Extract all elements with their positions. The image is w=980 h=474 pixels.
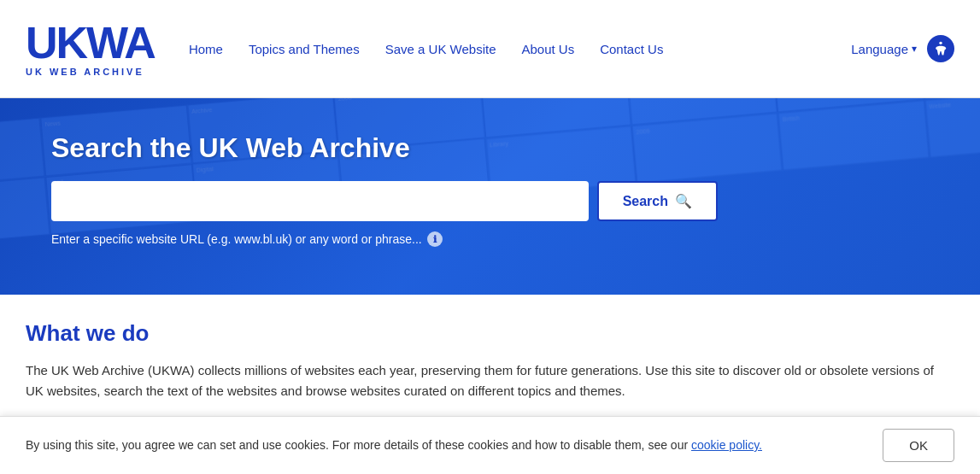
site-header: UKWA UK WEB ARCHIVE Home Topics and Them…	[0, 0, 980, 98]
nav-contact[interactable]: Contact Us	[600, 42, 663, 56]
accessibility-button[interactable]	[927, 35, 954, 62]
hero-title: Search the UK Web Archive	[51, 132, 929, 164]
search-hint: Enter a specific website URL (e.g. www.b…	[51, 231, 929, 247]
header-right: Language	[851, 35, 954, 62]
nav-home[interactable]: Home	[189, 42, 223, 56]
search-row: Search 🔍	[51, 181, 718, 221]
search-icon: 🔍	[675, 193, 692, 209]
tile-16: Website	[924, 98, 980, 158]
cookie-policy-link[interactable]: cookie policy.	[691, 438, 762, 449]
main-content: What we do The UK Web Archive (UKWA) col…	[0, 295, 980, 418]
language-label: Language	[851, 42, 908, 56]
accessibility-icon	[932, 40, 949, 57]
what-we-do-paragraph: The UK Web Archive (UKWA) collects milli…	[26, 360, 948, 401]
hero-content: Search the UK Web Archive Search 🔍 Enter…	[51, 132, 929, 247]
cookie-message: By using this site, you agree we can set…	[26, 438, 691, 449]
hero-section: 2005 News Archive 2006 UK Web Press Chan…	[0, 98, 980, 295]
language-button[interactable]: Language	[851, 42, 917, 56]
svg-point-0	[939, 42, 942, 44]
what-we-do-text-span: The UK Web Archive (UKWA) collects milli…	[26, 363, 934, 398]
what-we-do-heading: What we do	[26, 320, 954, 347]
nav-about[interactable]: About Us	[521, 42, 574, 56]
hint-text: Enter a specific website URL (e.g. www.b…	[51, 232, 422, 246]
search-button[interactable]: Search 🔍	[597, 181, 718, 221]
search-input[interactable]	[51, 181, 589, 221]
nav-topics[interactable]: Topics and Themes	[249, 42, 360, 56]
nav-save[interactable]: Save a UK Website	[385, 42, 496, 56]
cookie-text: By using this site, you agree we can set…	[26, 436, 762, 449]
cookie-banner: By using this site, you agree we can set…	[0, 416, 980, 449]
info-icon[interactable]: ℹ	[427, 231, 443, 247]
logo-ukwa: UKWA	[26, 20, 155, 65]
main-nav: Home Topics and Themes Save a UK Website…	[189, 42, 851, 56]
logo-link[interactable]: UKWA UK WEB ARCHIVE	[26, 20, 155, 77]
cookie-ok-button[interactable]: OK	[883, 429, 954, 449]
logo-subtitle: UK WEB ARCHIVE	[26, 67, 155, 77]
tile-9: History	[0, 176, 50, 248]
search-button-label: Search	[623, 194, 668, 209]
